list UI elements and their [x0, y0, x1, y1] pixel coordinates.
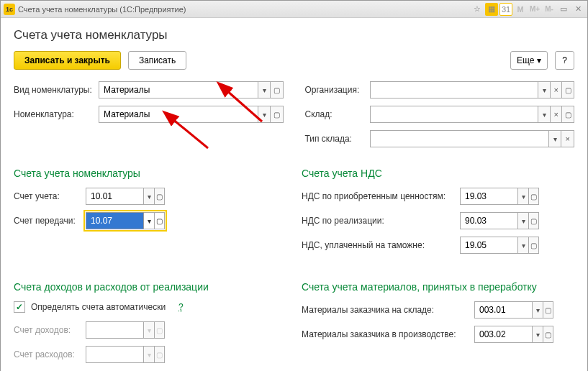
close-icon[interactable]: ✕ — [571, 3, 584, 16]
dropdown-icon[interactable]: ▾ — [538, 106, 551, 123]
income-section-title: Счета доходов и расходов от реализации — [14, 281, 280, 293]
auto-help-link[interactable]: ? — [178, 302, 184, 312]
org-label: Организация: — [305, 85, 370, 95]
vat-purch-input[interactable] — [460, 188, 518, 205]
transfer-label: Счет передачи: — [14, 216, 86, 226]
dropdown-icon: ▾ — [144, 321, 154, 339]
vat-section-title: Счета учета НДС — [302, 168, 574, 179]
whtype-label: Тип склада: — [305, 134, 370, 144]
open-icon[interactable]: ▢ — [155, 188, 165, 205]
dropdown-icon[interactable]: ▾ — [538, 81, 551, 99]
dropdown-icon[interactable]: ▾ — [518, 188, 528, 205]
dropdown-icon[interactable]: ▾ — [518, 212, 528, 229]
nomen-label: Номенклатура: — [14, 109, 99, 119]
calculator-icon[interactable]: ▦ — [485, 3, 498, 16]
calendar-icon[interactable]: 31 — [499, 3, 512, 16]
wh-input[interactable] — [370, 106, 539, 123]
window-title: Счета учета номенклатуры (1С:Предприятие… — [18, 5, 471, 14]
open-icon[interactable]: ▢ — [529, 212, 539, 229]
auto-label: Определять счета автоматически — [31, 302, 166, 312]
titlebar-controls: ☆ ▦ 31 M M+ M- ▭ ✕ — [471, 3, 584, 16]
more-button[interactable]: Еще▾ — [510, 51, 548, 70]
vat-customs-label: НДС, уплаченный на таможне: — [302, 240, 460, 250]
popout-icon[interactable]: ▭ — [557, 3, 570, 16]
favorite-icon[interactable]: ☆ — [471, 3, 484, 16]
dropdown-icon[interactable]: ▾ — [518, 237, 528, 254]
expense-input — [86, 346, 144, 363]
titlebar: 1c Счета учета номенклатуры (1С:Предприя… — [1, 1, 587, 18]
clear-icon[interactable]: × — [561, 130, 574, 147]
acct-section-title: Счета учета номенклатуры — [14, 168, 280, 179]
type-label: Вид номенклатуры: — [14, 85, 99, 95]
clear-icon[interactable]: × — [551, 81, 563, 99]
help-button[interactable]: ? — [555, 51, 574, 70]
open-icon[interactable]: ▢ — [529, 237, 539, 254]
open-icon[interactable]: ▢ — [543, 301, 553, 319]
whtype-input[interactable] — [370, 130, 549, 147]
income-input — [86, 321, 144, 339]
save-close-button[interactable]: Записать и закрыть — [14, 51, 121, 70]
vat-real-input[interactable] — [460, 212, 518, 229]
app-window: 1c Счета учета номенклатуры (1С:Предприя… — [0, 0, 588, 371]
content: Счета учета номенклатуры Записать и закр… — [1, 18, 587, 371]
open-icon: ▢ — [155, 321, 165, 339]
save-button[interactable]: Записать — [128, 51, 186, 70]
dropdown-icon[interactable]: ▾ — [144, 188, 154, 205]
mat-section-title: Счета учета материалов, принятых в перер… — [302, 281, 574, 293]
wh-label: Склад: — [305, 109, 370, 119]
nomen-input[interactable] — [99, 106, 258, 123]
open-icon[interactable]: ▢ — [562, 81, 574, 99]
transfer-input[interactable] — [86, 212, 144, 229]
mat-prod-label: Материалы заказчика в производстве: — [302, 329, 474, 339]
auto-checkbox[interactable]: ✓ — [14, 301, 25, 313]
dropdown-icon[interactable]: ▾ — [258, 106, 271, 123]
open-icon: ▢ — [155, 346, 165, 363]
top-fields-grid: Вид номенклатуры: ▾ ▢ Номенклатура: ▾ ▢ — [14, 81, 574, 155]
accounts-grid: Счета учета номенклатуры Счет учета: ▾ ▢… — [14, 155, 574, 261]
dropdown-icon[interactable]: ▾ — [533, 301, 543, 319]
expense-label: Счет расходов: — [14, 349, 86, 359]
toolbar-row: Записать и закрыть Записать Еще▾ ? — [14, 51, 574, 70]
m-icon[interactable]: M — [514, 3, 527, 16]
m-minus-icon[interactable]: M- — [543, 3, 556, 16]
mat-wh-label: Материалы заказчика на складе: — [302, 305, 474, 315]
more-label: Еще — [517, 55, 534, 65]
app-icon: 1c — [4, 4, 15, 15]
vat-customs-input[interactable] — [460, 237, 518, 254]
org-input[interactable] — [370, 81, 539, 99]
mat-prod-input[interactable] — [474, 326, 533, 343]
open-icon[interactable]: ▢ — [155, 212, 165, 229]
acct-input[interactable] — [86, 188, 144, 205]
bottom-grid: Счета доходов и расходов от реализации ✓… — [14, 268, 574, 370]
open-icon[interactable]: ▢ — [271, 106, 283, 123]
open-icon[interactable]: ▢ — [562, 106, 574, 123]
vat-real-label: НДС по реализации: — [302, 216, 460, 226]
vat-purch-label: НДС по приобретенным ценностям: — [302, 191, 460, 201]
type-input[interactable] — [99, 81, 258, 99]
clear-icon[interactable]: × — [551, 106, 563, 123]
acct-label: Счет учета: — [14, 191, 86, 201]
open-icon[interactable]: ▢ — [529, 188, 539, 205]
dropdown-icon[interactable]: ▾ — [549, 130, 562, 147]
income-label: Счет доходов: — [14, 325, 86, 335]
open-icon[interactable]: ▢ — [543, 326, 553, 343]
dropdown-icon[interactable]: ▾ — [144, 212, 154, 229]
page-title: Счета учета номенклатуры — [14, 28, 574, 42]
chevron-down-icon: ▾ — [537, 55, 541, 65]
m-plus-icon[interactable]: M+ — [528, 3, 541, 16]
dropdown-icon: ▾ — [144, 346, 154, 363]
dropdown-icon[interactable]: ▾ — [533, 326, 543, 343]
mat-wh-input[interactable] — [474, 301, 533, 319]
dropdown-icon[interactable]: ▾ — [258, 81, 271, 99]
open-icon[interactable]: ▢ — [271, 81, 283, 99]
